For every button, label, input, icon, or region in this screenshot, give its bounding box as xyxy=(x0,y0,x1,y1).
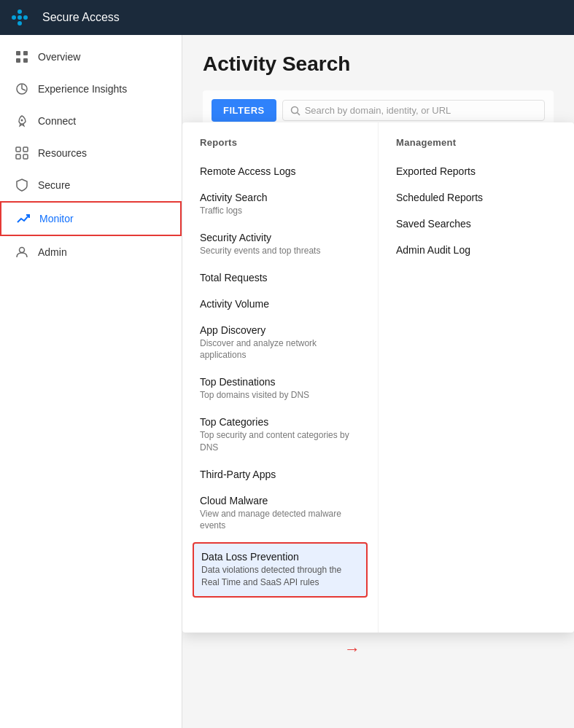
svg-line-12 xyxy=(297,112,300,115)
reports-column: Reports Remote Access Logs Activity Sear… xyxy=(182,122,378,633)
sidebar: Overview Experience Insights Connect Res… xyxy=(0,35,182,728)
menu-item-top-categories[interactable]: Top Categories Top security and content … xyxy=(200,409,360,461)
reports-section-title: Reports xyxy=(200,137,360,148)
page-title: Activity Search xyxy=(203,52,554,76)
search-placeholder: Search by domain, identity, or URL xyxy=(305,105,451,116)
menu-item-third-party-apps[interactable]: Third-Party Apps xyxy=(200,461,360,488)
menu-item-cloud-malware[interactable]: Cloud Malware View and manage detected m… xyxy=(200,488,360,540)
sidebar-item-experience-insights[interactable]: Experience Insights xyxy=(0,73,182,105)
trending-up-icon xyxy=(16,211,31,226)
svg-point-11 xyxy=(291,106,298,113)
app-title: Secure Access xyxy=(42,11,120,24)
menu-item-security-activity-desc: Security events and top threats xyxy=(200,245,360,257)
menu-item-security-activity[interactable]: Security Activity Security events and to… xyxy=(200,224,360,265)
main-search-bar[interactable]: Search by domain, identity, or URL xyxy=(282,100,545,121)
sidebar-item-secure[interactable]: Secure xyxy=(0,169,182,201)
management-section-title: Management xyxy=(396,137,556,148)
menu-item-data-loss-prevention[interactable]: Data Loss Prevention Data violations det… xyxy=(193,542,368,598)
sidebar-item-connect[interactable]: Connect xyxy=(0,105,182,137)
rocket-icon xyxy=(15,114,29,128)
sidebar-item-label: Secure xyxy=(38,179,70,191)
main-content: Activity Search FILTERS Search by domain… xyxy=(182,35,574,728)
menu-item-activity-search-label: Activity Search xyxy=(200,192,360,203)
sidebar-item-overview[interactable]: Overview xyxy=(0,41,182,73)
menu-item-scheduled-reports[interactable]: Scheduled Reports xyxy=(396,184,556,211)
svg-rect-1 xyxy=(23,51,28,55)
menu-item-admin-audit-log[interactable]: Admin Audit Log xyxy=(396,237,556,263)
menu-item-activity-search-desc: Traffic logs xyxy=(200,205,360,217)
menu-item-remote-access-logs[interactable]: Remote Access Logs xyxy=(200,158,360,184)
menu-item-app-discovery[interactable]: App Discovery Discover and analyze netwo… xyxy=(200,317,360,369)
main-layout: Overview Experience Insights Connect Res… xyxy=(0,35,574,728)
svg-rect-3 xyxy=(23,58,28,63)
menu-item-security-activity-label: Security Activity xyxy=(200,232,360,243)
person-icon xyxy=(15,245,29,259)
menu-item-app-discovery-label: App Discovery xyxy=(200,324,360,336)
menu-item-top-destinations-desc: Top domains visited by DNS xyxy=(200,389,360,402)
svg-rect-6 xyxy=(16,147,20,152)
menu-item-dlp-label: Data Loss Prevention xyxy=(201,551,359,563)
svg-rect-8 xyxy=(16,154,20,159)
svg-rect-7 xyxy=(23,147,28,152)
sidebar-item-admin[interactable]: Admin xyxy=(0,236,182,268)
management-column: Management Exported Reports Scheduled Re… xyxy=(378,122,574,633)
search-icon xyxy=(290,106,300,116)
menu-item-exported-reports[interactable]: Exported Reports xyxy=(396,158,556,184)
menu-item-app-discovery-desc: Discover and analyze network application… xyxy=(200,337,360,362)
svg-point-5 xyxy=(21,120,23,122)
menu-item-cloud-malware-desc: View and manage detected malware events xyxy=(200,508,360,533)
svg-rect-2 xyxy=(16,58,20,63)
sidebar-item-resources[interactable]: Resources xyxy=(0,137,182,169)
menu-item-top-destinations-label: Top Destinations xyxy=(200,376,360,388)
chart-icon xyxy=(15,82,29,96)
menu-item-top-categories-label: Top Categories xyxy=(200,416,360,428)
filters-button[interactable]: FILTERS xyxy=(212,99,276,122)
sidebar-item-label: Resources xyxy=(38,147,87,159)
dlp-arrow-indicator: → xyxy=(344,640,360,659)
cisco-logo xyxy=(12,9,35,26)
menu-item-dlp-desc: Data violations detected through the Rea… xyxy=(201,564,359,589)
svg-point-10 xyxy=(20,248,25,253)
menu-item-activity-search[interactable]: Activity Search Traffic logs xyxy=(200,184,360,224)
shield-icon xyxy=(15,178,29,192)
monitor-dropdown: Reports Remote Access Logs Activity Sear… xyxy=(182,122,574,633)
menu-item-saved-searches[interactable]: Saved Searches xyxy=(396,211,556,237)
svg-rect-9 xyxy=(23,154,28,159)
sidebar-item-label: Connect xyxy=(38,115,76,127)
sidebar-item-label: Admin xyxy=(38,246,67,258)
topbar: Secure Access xyxy=(0,0,574,35)
menu-item-top-destinations[interactable]: Top Destinations Top domains visited by … xyxy=(200,369,360,409)
resources-icon xyxy=(15,146,29,160)
menu-item-cloud-malware-label: Cloud Malware xyxy=(200,495,360,506)
svg-rect-0 xyxy=(16,51,20,55)
menu-item-activity-volume[interactable]: Activity Volume xyxy=(200,291,360,317)
grid-icon xyxy=(15,50,29,64)
menu-item-top-categories-desc: Top security and content categories by D… xyxy=(200,429,360,454)
sidebar-item-label: Overview xyxy=(38,51,80,63)
menu-item-total-requests[interactable]: Total Requests xyxy=(200,265,360,291)
sidebar-item-label: Monitor xyxy=(39,213,74,224)
sidebar-item-monitor[interactable]: Monitor ← xyxy=(0,201,182,236)
sidebar-item-label: Experience Insights xyxy=(38,83,127,95)
